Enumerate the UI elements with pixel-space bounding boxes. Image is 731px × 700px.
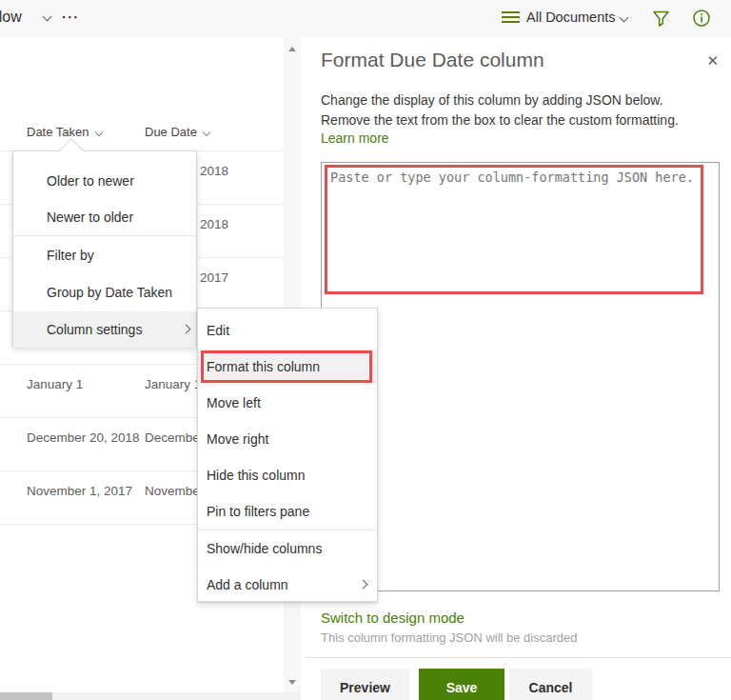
discard-note: This column formatting JSON will be disc… xyxy=(321,630,578,645)
panel-description: Change the display of this column by add… xyxy=(321,90,713,130)
preview-button[interactable]: Preview xyxy=(321,669,409,700)
cell-due-date: 2017 xyxy=(200,270,228,287)
save-button[interactable]: Save xyxy=(419,669,504,700)
view-options-icon[interactable] xyxy=(502,11,520,23)
json-editor-box xyxy=(321,162,720,591)
switch-design-mode-link[interactable]: Switch to design mode xyxy=(321,610,464,626)
chevron-down-icon xyxy=(43,12,52,22)
menu-item-edit[interactable]: Edit xyxy=(198,312,377,349)
menu-item-newer-to-older[interactable]: Newer to older xyxy=(13,199,196,235)
menu-item-hide-this-column[interactable]: Hide this column xyxy=(198,457,377,493)
cell-date-taken: November 1, 2017 xyxy=(27,483,132,500)
flow-menu-button[interactable]: Flow xyxy=(0,9,22,26)
json-input[interactable] xyxy=(322,163,719,590)
menu-item-column-settings[interactable]: Column settings xyxy=(13,311,196,348)
description-line: Change the display of this column by add… xyxy=(321,92,663,108)
column-header-label: Date Taken xyxy=(27,125,89,139)
view-selector[interactable]: All Documents xyxy=(526,10,615,25)
column-settings-submenu: Edit Format this column Move left Move r… xyxy=(197,308,378,602)
menu-item-older-to-newer[interactable]: Older to newer xyxy=(13,163,196,199)
column-header-due-date[interactable]: Due Date xyxy=(145,125,209,139)
scroll-up-icon[interactable] xyxy=(288,47,296,51)
cell-date-taken: January 1 xyxy=(27,376,83,393)
panel-title: Format Due Date column xyxy=(321,49,544,71)
menu-item-label: Column settings xyxy=(47,322,142,337)
close-icon[interactable]: ✕ xyxy=(706,52,719,70)
cell-date-taken: December 20, 2018 xyxy=(27,430,140,447)
command-bar: Flow ⋯ All Documents xyxy=(0,0,731,38)
chevron-down-icon xyxy=(94,128,102,135)
cancel-button[interactable]: Cancel xyxy=(509,669,592,700)
filter-icon[interactable] xyxy=(651,9,671,29)
learn-more-link[interactable]: Learn more xyxy=(321,130,389,146)
menu-item-format-this-column[interactable]: Format this column xyxy=(198,349,377,385)
panel-footer-divider xyxy=(306,657,731,658)
cell-due-date: 2018 xyxy=(200,163,228,180)
cell-due-date: January 1 xyxy=(145,376,201,393)
more-options-icon[interactable]: ⋯ xyxy=(61,6,80,28)
column-context-menu: Older to newer Newer to older Filter by … xyxy=(12,150,197,347)
info-icon[interactable] xyxy=(692,9,711,28)
menu-item-group-by[interactable]: Group by Date Taken xyxy=(13,274,196,310)
menu-item-move-right[interactable]: Move right xyxy=(198,421,377,457)
menu-item-move-left[interactable]: Move left xyxy=(198,385,377,421)
column-header-label: Due Date xyxy=(145,125,197,139)
menu-item-add-a-column[interactable]: Add a column xyxy=(198,567,377,603)
horizontal-scrollbar[interactable] xyxy=(0,692,301,700)
chevron-right-icon xyxy=(359,580,368,590)
scroll-down-icon[interactable] xyxy=(288,680,296,685)
menu-item-label: Add a column xyxy=(207,577,288,592)
chevron-down-icon xyxy=(620,13,629,23)
menu-divider xyxy=(13,235,196,236)
column-header-date-taken[interactable]: Date Taken xyxy=(27,125,102,139)
chevron-right-icon xyxy=(182,325,191,334)
scrollbar-thumb[interactable] xyxy=(0,692,52,700)
menu-item-show-hide-columns[interactable]: Show/hide columns xyxy=(198,530,377,567)
description-line: Remove the text from the box to clear th… xyxy=(321,112,679,128)
menu-item-pin-to-filters-pane[interactable]: Pin to filters pane xyxy=(198,493,377,530)
cell-due-date: 2018 xyxy=(200,216,228,233)
chevron-down-icon xyxy=(203,128,210,135)
menu-item-filter-by[interactable]: Filter by xyxy=(13,237,196,273)
